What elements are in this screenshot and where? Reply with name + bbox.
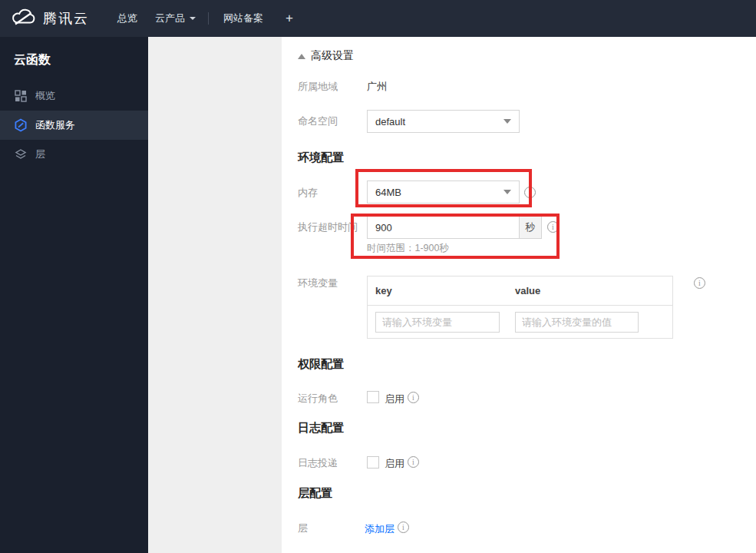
- env-vars-label: 环境变量: [298, 277, 338, 290]
- sidebar-item-function-service[interactable]: 函数服务: [0, 111, 148, 140]
- env-vars-table: key value: [367, 276, 673, 339]
- permission-config-title: 权限配置: [298, 357, 344, 370]
- topnav-divider: [208, 12, 209, 25]
- sidebar-item-overview[interactable]: 概览: [0, 81, 148, 111]
- run-role-label: 运行角色: [298, 392, 338, 405]
- grid-icon: [14, 89, 28, 103]
- sidebar-title: 云函数: [0, 37, 148, 68]
- memory-label: 内存: [298, 187, 318, 199]
- memory-info-icon[interactable]: [524, 187, 536, 198]
- log-delivery-label: 日志投递: [298, 457, 338, 469]
- log-delivery-enable-label: 启用: [385, 457, 404, 471]
- memory-select-value: 64MB: [375, 187, 401, 198]
- env-var-key-input[interactable]: [375, 312, 500, 333]
- timeout-input[interactable]: [367, 216, 520, 239]
- advanced-settings-label: 高级设置: [311, 49, 354, 63]
- chevron-down-icon: [503, 190, 511, 194]
- triangle-up-icon: [298, 54, 305, 59]
- chevron-down-icon: [503, 119, 511, 124]
- memory-select[interactable]: 64MB: [367, 180, 520, 204]
- top-bar: 腾讯云 总览 云产品 网站备案 +: [0, 0, 756, 37]
- layer-label: 层: [298, 522, 308, 535]
- brand-logo[interactable]: 腾讯云: [10, 8, 89, 30]
- tencent-cloud-console: 腾讯云 总览 云产品 网站备案 + 云函数 概览: [0, 0, 756, 553]
- region-label: 所属地域: [298, 81, 338, 93]
- run-role-enable-label: 启用: [385, 392, 404, 406]
- layer-info-icon[interactable]: [398, 522, 409, 533]
- timeout-unit-suffix: 秒: [519, 216, 542, 239]
- namespace-select[interactable]: default: [367, 110, 520, 133]
- advanced-settings-toggle[interactable]: 高级设置: [298, 49, 354, 63]
- topnav-overview[interactable]: 总览: [117, 12, 137, 25]
- function-hexagon-icon: [14, 118, 28, 132]
- namespace-label: 命名空间: [298, 115, 338, 127]
- function-config-form: 高级设置 所属地域 广州 命名空间 default 环境配置 内存 64MB 执…: [282, 37, 756, 553]
- layers-icon: [14, 147, 28, 161]
- env-config-title: 环境配置: [298, 151, 344, 164]
- namespace-select-value: default: [375, 116, 405, 127]
- env-vars-key-header: key: [368, 285, 515, 296]
- timeout-label: 执行超时时间: [298, 221, 358, 233]
- topnav-add-button[interactable]: +: [286, 11, 293, 26]
- log-delivery-info-icon[interactable]: [408, 456, 419, 468]
- tencent-cloud-logo-icon: [10, 8, 36, 30]
- brand-name: 腾讯云: [43, 9, 89, 28]
- collapsed-panel: [148, 37, 282, 553]
- topnav-cloud-products[interactable]: 云产品: [155, 12, 196, 25]
- topnav-icp-filing[interactable]: 网站备案: [223, 12, 263, 25]
- timeout-range-hint: 时间范围：1-900秒: [367, 242, 449, 255]
- env-vars-value-header: value: [515, 285, 540, 296]
- sidebar-item-label: 层: [35, 147, 45, 161]
- sidebar-item-label: 函数服务: [35, 118, 75, 132]
- sidebar-menu: 概览 函数服务 层: [0, 81, 148, 169]
- env-vars-header-row: key value: [368, 276, 672, 306]
- add-layer-link[interactable]: 添加层: [365, 522, 395, 536]
- timeout-info-icon[interactable]: [547, 221, 559, 233]
- sidebar-item-layers[interactable]: 层: [0, 140, 148, 169]
- sidebar-item-label: 概览: [35, 89, 55, 103]
- topnav-cloud-products-label: 云产品: [155, 12, 185, 25]
- run-role-info-icon[interactable]: [408, 392, 419, 403]
- log-delivery-checkbox[interactable]: [367, 456, 379, 469]
- env-vars-info-icon[interactable]: [694, 277, 705, 289]
- run-role-checkbox[interactable]: [367, 391, 379, 403]
- env-vars-input-row: [368, 306, 672, 339]
- chevron-down-icon: [190, 17, 196, 20]
- env-var-value-input[interactable]: [515, 312, 639, 333]
- layer-config-title: 层配置: [298, 486, 332, 499]
- log-config-title: 日志配置: [298, 421, 344, 434]
- region-value: 广州: [367, 81, 387, 93]
- timeout-input-group: 秒: [367, 216, 542, 239]
- sidebar: 云函数 概览: [0, 37, 148, 553]
